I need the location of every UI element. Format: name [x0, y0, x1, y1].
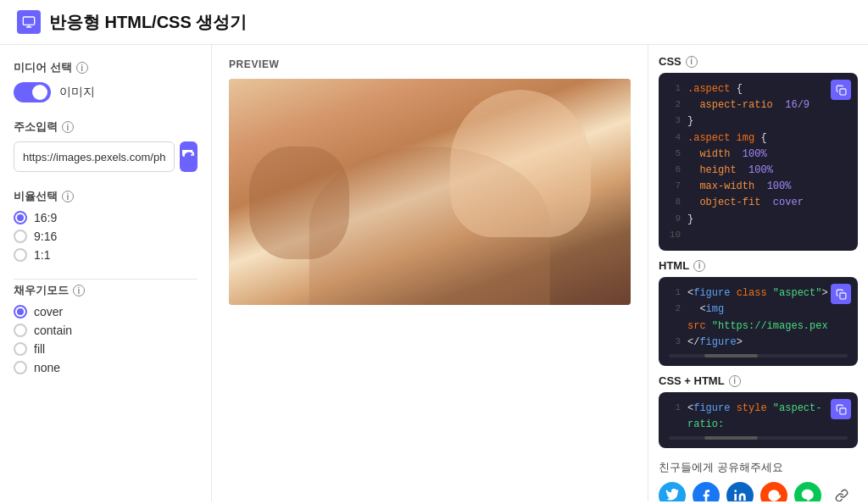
facebook-icon: [699, 489, 713, 501]
css-line-10: 10: [669, 228, 848, 243]
fill-section: 채우기모드 i cover contain fill none: [14, 283, 198, 374]
html-line-1: 1<figure class="aspect">: [669, 285, 848, 302]
share-reddit-button[interactable]: [760, 482, 787, 501]
combined-line-1: 1<figure style="aspect-ratio:: [669, 401, 848, 433]
media-info-icon[interactable]: i: [76, 62, 88, 74]
ratio-radio-1-1[interactable]: [14, 248, 27, 262]
share-line-button[interactable]: [794, 482, 821, 501]
url-refresh-button[interactable]: [180, 141, 198, 172]
css-panel-title: CSS: [659, 55, 682, 68]
html-panel-title: HTML: [659, 259, 689, 272]
ratio-radio-group: 16:9 9:16 1:1: [14, 211, 198, 262]
sidebar-divider: [14, 279, 198, 280]
ratio-option-16-9[interactable]: 16:9: [14, 211, 198, 224]
combined-scrollbar[interactable]: [669, 436, 848, 440]
media-toggle-row: 이미지: [14, 82, 198, 102]
ratio-section: 비율선택 i 16:9 9:16 1:1: [14, 189, 198, 262]
fill-option-fill[interactable]: fill: [14, 342, 198, 356]
css-line-3: 3}: [669, 114, 848, 130]
link-icon: [835, 489, 849, 501]
monitor-icon: [22, 15, 36, 29]
preview-image-placeholder: [229, 79, 631, 305]
css-title-row: CSS i: [659, 55, 698, 68]
fill-radio-cover[interactable]: [14, 305, 27, 318]
url-section-label: 주소입력 i: [14, 119, 198, 135]
app-title: 반응형 HTML/CSS 생성기: [49, 11, 247, 34]
fill-option-none[interactable]: none: [14, 361, 198, 374]
html-copy-button[interactable]: [831, 284, 851, 304]
html-info-icon[interactable]: i: [693, 260, 705, 272]
main-layout: 미디어 선택 i 이미지 주소입력 i: [0, 45, 868, 501]
url-input-row: [14, 141, 198, 172]
fill-option-contain[interactable]: contain: [14, 324, 198, 337]
media-type-toggle[interactable]: [14, 82, 51, 102]
combined-code-header: CSS + HTML i: [659, 374, 858, 387]
css-line-2: 2 aspect-ratio: 16/9;: [669, 97, 848, 114]
preview-area: PREVIEW: [212, 45, 648, 501]
fill-option-cover[interactable]: cover: [14, 305, 198, 318]
ratio-info-icon[interactable]: i: [62, 191, 74, 202]
html-code-header: HTML i: [659, 259, 858, 272]
fill-radio-group: cover contain fill none: [14, 305, 198, 374]
svg-rect-0: [23, 17, 34, 25]
twitter-icon: [665, 489, 679, 501]
fill-radio-fill[interactable]: [14, 342, 27, 356]
combined-info-icon[interactable]: i: [729, 375, 741, 387]
refresh-icon: [182, 150, 196, 163]
combined-copy-button[interactable]: [831, 399, 851, 419]
css-copy-button[interactable]: [831, 80, 851, 100]
reddit-icon: [767, 489, 781, 501]
share-section: 친구들에게 공유해주세요: [659, 457, 858, 501]
app-header: 반응형 HTML/CSS 생성기: [0, 0, 868, 45]
fill-radio-none[interactable]: [14, 361, 27, 374]
html-scrollbar[interactable]: [669, 354, 848, 357]
preview-label: PREVIEW: [229, 58, 631, 70]
ratio-option-1-1[interactable]: 1:1: [14, 248, 198, 262]
url-input[interactable]: [14, 141, 175, 172]
media-type-label: 이미지: [59, 85, 95, 100]
html-code-block: 1<figure class="aspect"> 2 <img src="htt…: [659, 277, 858, 366]
html-title-row: HTML i: [659, 259, 705, 272]
share-link-button[interactable]: [828, 482, 855, 501]
linkedin-icon: [733, 489, 747, 501]
css-code-section: CSS i 1.aspect { 2 aspect-ratio: 16/9; 3…: [659, 55, 858, 251]
share-icons-row: [659, 482, 858, 501]
copy-icon-combined: [836, 404, 847, 415]
fill-section-label: 채우기모드 i: [14, 283, 198, 298]
share-facebook-button[interactable]: [693, 482, 720, 501]
combined-panel-title: CSS + HTML: [659, 374, 725, 387]
css-line-8: 8 object-fit: cover;: [669, 195, 848, 211]
fill-info-icon[interactable]: i: [73, 285, 85, 296]
share-label: 친구들에게 공유해주세요: [659, 460, 858, 475]
css-code-block: 1.aspect { 2 aspect-ratio: 16/9; 3} 4.as…: [659, 73, 858, 251]
css-line-7: 7 max-width: 100%;: [669, 179, 848, 195]
url-section: 주소입력 i: [14, 119, 198, 172]
right-panel: CSS i 1.aspect { 2 aspect-ratio: 16/9; 3…: [648, 45, 868, 501]
css-code-header: CSS i: [659, 55, 858, 68]
html-code-section: HTML i 1<figure class="aspect"> 2 <img s…: [659, 259, 858, 366]
share-twitter-button[interactable]: [659, 482, 686, 501]
media-section-label: 미디어 선택 i: [14, 60, 198, 75]
html-line-2: 2 <img src="https://images.pex: [669, 302, 848, 334]
ratio-section-label: 비율선택 i: [14, 189, 198, 204]
svg-rect-3: [839, 407, 845, 413]
ratio-radio-9-16[interactable]: [14, 230, 27, 243]
ratio-option-9-16[interactable]: 9:16: [14, 230, 198, 243]
css-line-6: 6 height: 100%;: [669, 163, 848, 179]
copy-icon: [836, 85, 847, 96]
html-line-3: 3</figure>: [669, 335, 848, 351]
combined-code-block: 1<figure style="aspect-ratio:: [659, 392, 858, 448]
svg-point-4: [734, 490, 737, 493]
copy-icon-html: [836, 289, 847, 300]
share-linkedin-button[interactable]: [726, 482, 754, 501]
fill-radio-contain[interactable]: [14, 324, 27, 337]
url-info-icon[interactable]: i: [62, 121, 74, 133]
combined-code-section: CSS + HTML i 1<figure style="aspect-rati…: [659, 374, 858, 448]
css-info-icon[interactable]: i: [686, 56, 698, 68]
css-line-5: 5 width: 100%;: [669, 147, 848, 163]
app-logo-icon: [17, 10, 41, 34]
css-line-9: 9}: [669, 212, 848, 228]
preview-image-container: [229, 79, 631, 305]
svg-rect-1: [839, 88, 845, 94]
ratio-radio-16-9[interactable]: [14, 211, 27, 224]
